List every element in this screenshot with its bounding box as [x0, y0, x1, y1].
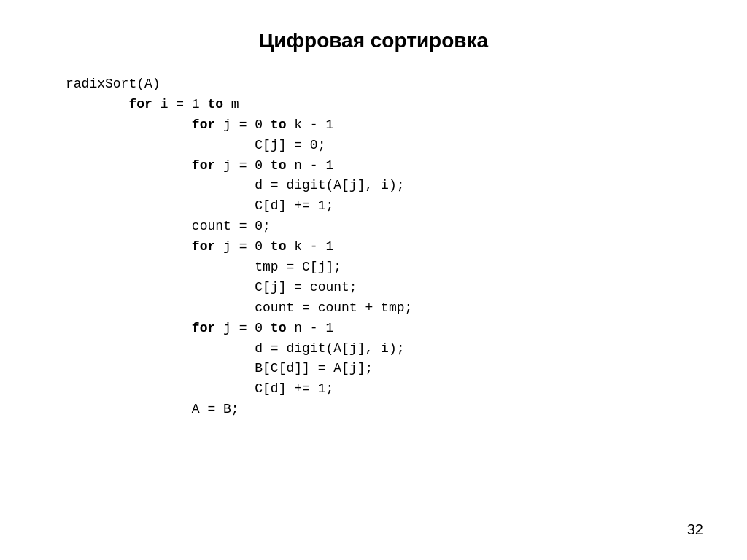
code-text: n - 1 [286, 321, 333, 335]
code-indent [66, 198, 255, 213]
code-text: B[C[d]] = A[j]; [255, 361, 373, 376]
keyword-for: for [192, 239, 215, 254]
slide: Цифровая сортировка radixSort(A) for i =… [0, 0, 747, 560]
code-indent [66, 260, 255, 274]
code-text: C[j] = count; [255, 280, 357, 295]
code-line-14: d = digit(A[j], i); [66, 339, 703, 359]
code-indent [66, 321, 192, 335]
code-text: m [223, 97, 239, 112]
code-text: d = digit(A[j], i); [255, 178, 404, 192]
code-indent [66, 402, 192, 416]
code-line-13: for j = 0 to n - 1 [66, 319, 703, 339]
code-line-4: C[j] = 0; [66, 136, 703, 156]
code-indent [66, 280, 255, 295]
code-indent [66, 300, 255, 315]
code-block: radixSort(A) for i = 1 to m for j = 0 to… [44, 74, 703, 420]
code-line-3: for j = 0 to k - 1 [66, 115, 703, 136]
code-line-6: d = digit(A[j], i); [66, 176, 703, 196]
code-text: C[d] += 1; [255, 198, 333, 213]
code-indent [66, 341, 255, 356]
code-indent [66, 97, 128, 112]
code-indent [66, 138, 255, 152]
code-text: count = 0; [192, 219, 271, 233]
code-text: A = B; [192, 402, 239, 416]
keyword-to: to [271, 158, 287, 173]
code-indent [66, 381, 255, 396]
code-text: d = digit(A[j], i); [255, 341, 404, 356]
code-text: k - 1 [286, 117, 333, 132]
code-line-1: radixSort(A) [66, 74, 703, 95]
code-indent [66, 219, 192, 233]
code-indent [66, 117, 192, 132]
keyword-to: to [271, 239, 287, 254]
code-line-16: C[d] += 1; [66, 379, 703, 400]
code-text: j = 0 [215, 321, 271, 335]
code-line-5: for j = 0 to n - 1 [66, 156, 703, 176]
keyword-to: to [271, 117, 287, 132]
code-line-2: for i = 1 to m [66, 95, 703, 115]
keyword-to: to [271, 321, 287, 335]
code-line-11: C[j] = count; [66, 278, 703, 298]
code-text: count = count + tmp; [255, 300, 412, 315]
page-number: 32 [687, 521, 703, 538]
code-indent [66, 178, 255, 192]
code-text: k - 1 [286, 239, 333, 254]
code-line-10: tmp = C[j]; [66, 257, 703, 278]
code-indent [66, 239, 192, 254]
keyword-for: for [192, 117, 215, 132]
code-text: C[j] = 0; [255, 138, 325, 152]
code-indent [66, 158, 192, 173]
code-text: j = 0 [215, 158, 271, 173]
code-line-7: C[d] += 1; [66, 196, 703, 217]
code-line-12: count = count + tmp; [66, 298, 703, 319]
code-text: j = 0 [215, 117, 271, 132]
code-indent [66, 361, 255, 376]
code-line-8: count = 0; [66, 217, 703, 237]
code-line-17: A = B; [66, 400, 703, 420]
code-text: n - 1 [286, 158, 333, 173]
keyword-for: for [128, 97, 152, 112]
code-line-9: for j = 0 to k - 1 [66, 237, 703, 257]
code-line-15: B[C[d]] = A[j]; [66, 359, 703, 379]
code-text: tmp = C[j]; [255, 260, 341, 274]
code-text: j = 0 [215, 239, 271, 254]
code-text: i = 1 [152, 97, 208, 112]
slide-title: Цифровая сортировка [44, 29, 703, 52]
keyword-for: for [192, 321, 215, 335]
keyword-to: to [207, 97, 223, 112]
code-text: radixSort(A) [66, 77, 160, 91]
keyword-for: for [192, 158, 215, 173]
code-text: C[d] += 1; [255, 381, 333, 396]
